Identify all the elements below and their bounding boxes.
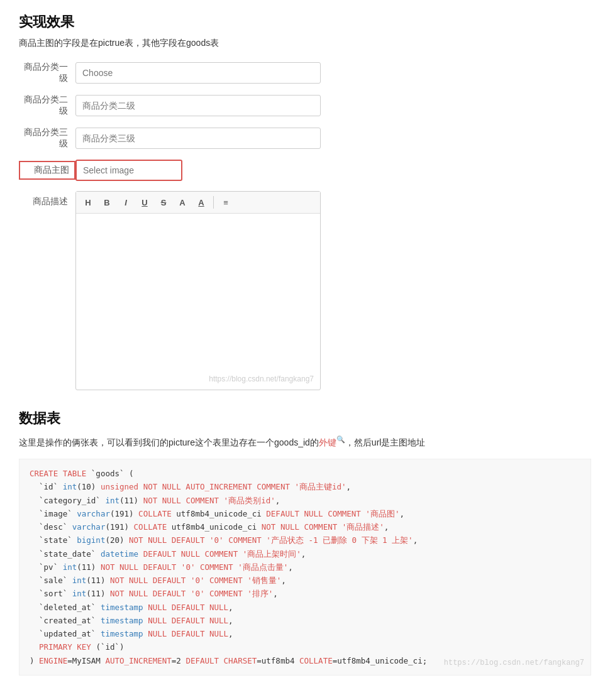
sql-keyword: COLLATE	[299, 656, 333, 665]
sql-line: `deleted_at` timestamp NULL DEFAULT NULL…	[30, 601, 580, 614]
toolbar-heading[interactable]: H	[80, 194, 96, 211]
sql-normal: ,	[281, 576, 286, 585]
sql-type: timestamp	[101, 616, 143, 625]
sql-keyword: COMMENT	[186, 496, 219, 505]
editor-body[interactable]: https://blog.csdn.net/fangkang7	[76, 214, 320, 390]
sql-normal	[195, 562, 200, 572]
toolbar-underline[interactable]: U	[136, 194, 153, 211]
form-row-category1: 商品分类一级	[19, 62, 591, 84]
sql-type: int	[63, 482, 77, 491]
sql-line: `sale` int(11) NOT NULL DEFAULT '0' COMM…	[30, 574, 580, 587]
sql-type: int	[105, 496, 119, 505]
sql-line: CREATE TABLE `goods` (	[30, 467, 580, 480]
sql-normal	[204, 576, 209, 585]
form-row-image: 商品主图	[19, 160, 591, 181]
sql-normal: `desc`	[30, 522, 72, 532]
sql-line: `image` varchar(191) COLLATE utf8mb4_uni…	[30, 507, 580, 520]
sql-normal: ,	[301, 549, 306, 559]
toolbar-list[interactable]: ≡	[218, 194, 234, 211]
sql-normal: utf8mb4_unicode_ci	[172, 509, 267, 518]
sql-string: '0'	[176, 562, 195, 572]
sql-line: `desc` varchar(191) COLLATE utf8mb4_unic…	[30, 520, 580, 533]
sql-normal: `sale`	[30, 576, 72, 585]
sql-type: int	[72, 576, 87, 585]
label-desc: 商品描述	[19, 191, 75, 207]
code-watermark: https://blog.csdn.net/fangkang7	[444, 657, 584, 669]
sql-normal: =2	[172, 656, 186, 665]
foreign-key-link[interactable]: 外键	[319, 437, 336, 447]
sql-normal: `image`	[30, 509, 77, 518]
sql-string: '商品图'	[361, 509, 400, 518]
sql-normal: `state_date`	[30, 549, 101, 559]
sql-normal: ,	[413, 535, 418, 545]
sql-string: '产品状态 -1 已删除 0 下架 1 上架'	[262, 535, 413, 545]
sql-normal: utf8mb4_unicode_ci	[167, 522, 262, 532]
sql-string: '排序'	[243, 589, 274, 598]
sql-keyword: COMMENT	[209, 589, 243, 598]
sql-normal: ,	[384, 522, 389, 532]
input-image[interactable]	[75, 160, 182, 181]
toolbar-strikethrough[interactable]: S	[155, 194, 172, 211]
form-section: 商品分类一级 商品分类二级 商品分类三级 商品主图 商品描述 H B I U S…	[19, 62, 591, 390]
sql-line: PRIMARY KEY (`id`)	[30, 640, 580, 654]
sql-keyword: NULL DEFAULT NULL	[148, 629, 228, 638]
sql-type: timestamp	[101, 629, 143, 638]
section1-title: 实现效果	[19, 13, 591, 31]
sql-normal: (10)	[77, 482, 101, 491]
sql-keyword: DEFAULT CHARSET	[186, 656, 257, 665]
sql-keyword: NOT NULL	[143, 496, 181, 505]
sql-type: timestamp	[101, 603, 143, 612]
sql-keyword: NULL DEFAULT NULL	[148, 603, 228, 612]
sql-normal: ,	[273, 589, 278, 598]
sql-type: int	[63, 562, 77, 572]
sql-string: '商品上架时间'	[238, 549, 301, 559]
sql-type: varchar	[72, 522, 106, 532]
sql-normal: (`id`)	[91, 642, 125, 652]
form-row-desc: 商品描述 H B I U S A A ≡ https://blog.csdn.n…	[19, 191, 591, 390]
sql-normal: `id`	[30, 482, 63, 491]
sql-normal: `deleted_at`	[30, 603, 101, 612]
toolbar-bold[interactable]: B	[99, 194, 115, 211]
input-category3[interactable]	[75, 128, 321, 149]
label-image: 商品主图	[19, 161, 75, 180]
search-icon: 🔍	[336, 435, 345, 443]
toolbar-font-underline-a[interactable]: A	[193, 194, 209, 211]
sql-normal: (11)	[86, 576, 110, 585]
sql-line: `state_date` datetime DEFAULT NULL COMME…	[30, 547, 580, 561]
sql-line: `id` int(10) unsigned NOT NULL AUTO_INCR…	[30, 480, 580, 493]
form-row-category3: 商品分类三级	[19, 127, 591, 150]
sql-normal	[299, 522, 304, 532]
sql-keyword: COLLATE	[138, 509, 172, 518]
sql-normal	[204, 589, 209, 598]
sql-keyword: NOT NULL DEFAULT	[110, 576, 186, 585]
toolbar-italic[interactable]: I	[118, 194, 134, 211]
sql-keyword: NOT NULL DEFAULT	[110, 589, 186, 598]
sql-string: '0'	[186, 589, 204, 598]
sql-keyword: ENGINE	[39, 656, 67, 665]
form-row-category2: 商品分类二级	[19, 94, 591, 117]
sql-keyword: CREATE TABLE	[30, 469, 86, 478]
toolbar-font-color[interactable]: A	[174, 194, 191, 211]
section2-desc-after: ，然后url是主图地址	[345, 437, 426, 447]
section2-desc: 这里是操作的俩张表，可以看到我们的picture这个表里边存在一个goods_i…	[19, 434, 591, 449]
input-category2[interactable]	[75, 95, 321, 116]
sql-string: '商品点击量'	[233, 562, 289, 572]
sql-string: '商品主键id'	[290, 482, 347, 491]
sql-keyword: COMMENT	[257, 482, 290, 491]
sql-normal: =utf8mb4_unicode_ci;	[333, 656, 428, 665]
sql-normal	[30, 642, 39, 652]
sql-keyword: unsigned NOT NULL AUTO_INCREMENT	[101, 482, 252, 491]
sql-keyword: NOT NULL	[262, 522, 299, 532]
sql-keyword: COMMENT	[200, 562, 233, 572]
sql-normal: (20)	[105, 535, 129, 545]
sql-keyword: NULL DEFAULT NULL	[148, 616, 228, 625]
rich-text-editor[interactable]: H B I U S A A ≡ https://blog.csdn.net/fa…	[75, 191, 321, 390]
sql-normal: `state`	[30, 535, 77, 545]
editor-toolbar: H B I U S A A ≡	[76, 192, 320, 214]
sql-type: varchar	[77, 509, 110, 518]
sql-normal: `pv`	[30, 562, 63, 572]
input-category1[interactable]	[75, 62, 321, 84]
sql-keyword: COMMENT	[228, 535, 262, 545]
sql-keyword: NOT NULL DEFAULT	[129, 535, 204, 545]
sql-keyword: COMMENT	[209, 576, 243, 585]
